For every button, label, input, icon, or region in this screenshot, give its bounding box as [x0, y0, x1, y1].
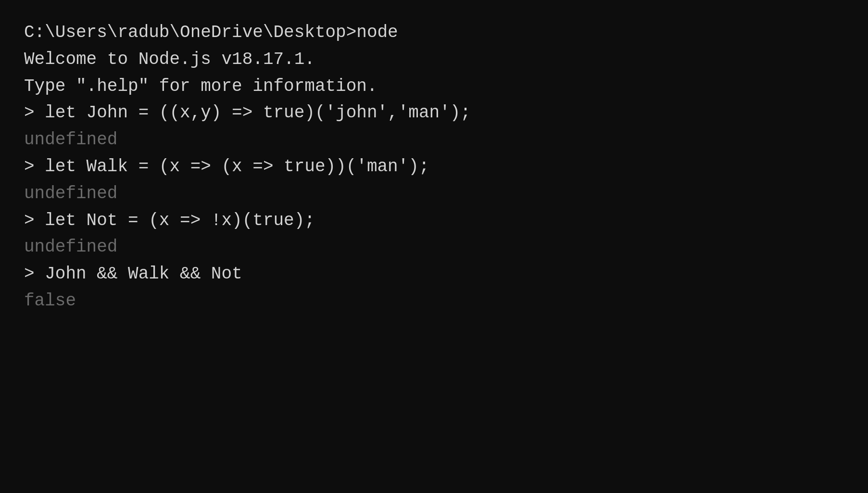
terminal-window: C:\Users\radub\OneDrive\Desktop>node Wel…: [0, 0, 868, 493]
line-result4: false: [24, 288, 844, 315]
line-result1: undefined: [24, 126, 844, 153]
line-cmd4: > John && Walk && Not: [24, 261, 844, 288]
line-cmd1: > let John = ((x,y) => true)('john','man…: [24, 100, 844, 126]
line-result2: undefined: [24, 180, 844, 207]
line-cmd3: > let Not = (x => !x)(true);: [24, 207, 844, 234]
line-help: Type ".help" for more information.: [24, 73, 844, 100]
line-path: C:\Users\radub\OneDrive\Desktop>node: [24, 19, 844, 46]
line-cmd2: > let Walk = (x => (x => true))('man');: [24, 153, 844, 180]
line-welcome: Welcome to Node.js v18.17.1.: [24, 46, 844, 73]
line-result3: undefined: [24, 234, 844, 261]
